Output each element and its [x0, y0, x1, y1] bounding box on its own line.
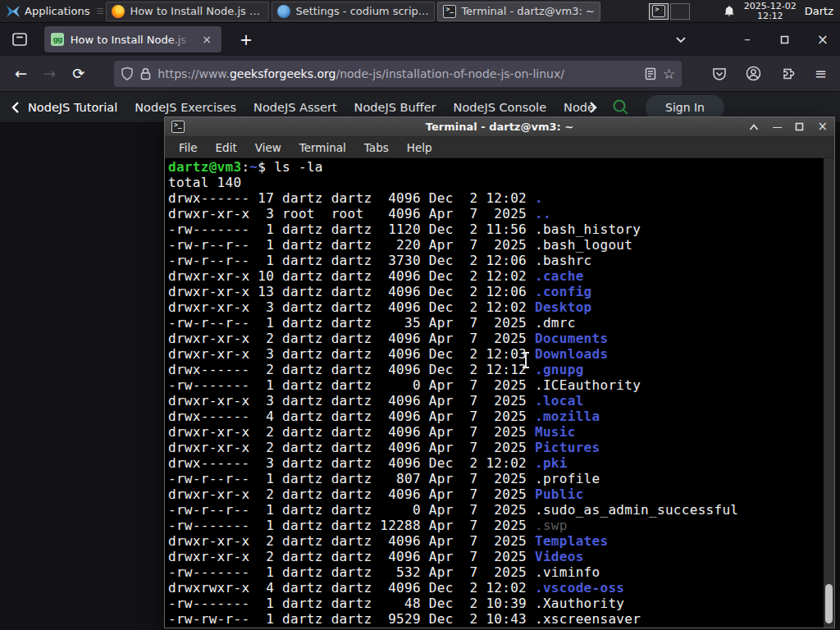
- file-name: Downloads: [535, 346, 608, 362]
- window-minimize-icon[interactable]: –: [744, 32, 751, 47]
- menu-edit[interactable]: Edit: [207, 139, 246, 157]
- terminal-scrollbar[interactable]: [824, 158, 834, 628]
- notification-bell-icon[interactable]: [723, 5, 736, 18]
- terminal-prompt-line: dartz@vm3:~$ ls -la: [168, 159, 834, 175]
- file-name: Desktop: [535, 299, 592, 315]
- pocket-save-icon[interactable]: [711, 66, 728, 82]
- terminal-line: drwxr-xr-x 2 dartz dartz 4096 Apr 7 2025…: [168, 486, 834, 502]
- file-name: Templates: [535, 533, 608, 549]
- forward-icon[interactable]: →: [35, 62, 64, 85]
- task-button-2[interactable]: >_Terminal - dartz@vm3: ~: [437, 2, 600, 21]
- task-label: Terminal - dartz@vm3: ~: [461, 5, 594, 17]
- terminal-title-bar[interactable]: >_ Terminal - dartz@vm3: ~ — ×: [165, 117, 834, 137]
- new-tab-button[interactable]: +: [233, 30, 259, 48]
- menu-file[interactable]: File: [170, 139, 207, 157]
- back-icon[interactable]: ←: [7, 62, 35, 85]
- file-name: Documents: [535, 331, 608, 346]
- url-bar[interactable]: https://www.geeksforgeeks.org/node-js/in…: [114, 61, 682, 87]
- terminal-line: -rw------- 1 dartz dartz 48 Dec 2 10:39 …: [168, 596, 834, 611]
- window-close-icon[interactable]: ×: [817, 31, 829, 48]
- close-window-icon[interactable]: ×: [817, 121, 828, 133]
- workspace-pager[interactable]: >: [649, 3, 690, 20]
- tab-bar-controls: – ×: [675, 31, 840, 48]
- task-button-1[interactable]: Settings - codium script...: [272, 2, 435, 21]
- tracking-protection-shield-icon[interactable]: [121, 66, 134, 80]
- menu-view[interactable]: View: [246, 139, 290, 157]
- file-name: .xscreensaver: [535, 611, 641, 627]
- workspace-1[interactable]: >: [649, 3, 669, 20]
- reader-mode-icon[interactable]: [645, 67, 656, 80]
- account-icon[interactable]: [746, 66, 762, 82]
- nav-link-nodejs-assert[interactable]: NodeJS Assert: [253, 101, 337, 114]
- terminal-icon: >_: [443, 5, 456, 18]
- file-name: .ICEauthority: [535, 377, 641, 393]
- file-name: .cache: [535, 268, 584, 284]
- panel-status-area: 2025-12-02 12:12 Dartz: [723, 2, 840, 21]
- file-name: .gnupg: [535, 362, 584, 377]
- firefox-toolbar: ← → ⟳ https://www.geeksforgeeks.org/node…: [0, 56, 840, 92]
- terminal-line: drwxr-xr-x 10 dartz dartz 4096 Dec 2 12:…: [168, 268, 834, 284]
- file-name: .sudo_as_admin_successful: [535, 502, 738, 518]
- shade-window-icon[interactable]: [749, 124, 759, 130]
- terminal-scrollbar-thumb[interactable]: [825, 584, 833, 623]
- file-name: .: [535, 190, 543, 206]
- terminal-line: -rw------- 1 dartz dartz 12288 Apr 7 202…: [168, 518, 834, 533]
- prompt-command: $ ls -la: [258, 159, 322, 175]
- site-nav-links: NodeJS TutorialNodeJS ExercisesNodeJS As…: [28, 101, 594, 114]
- search-icon[interactable]: [612, 98, 629, 116]
- panel-username[interactable]: Dartz: [805, 5, 833, 17]
- minimize-window-icon[interactable]: —: [772, 122, 782, 132]
- nav-scroll-left-icon[interactable]: [11, 101, 20, 114]
- terminal-line: drwxr-xr-x 3 dartz dartz 4096 Apr 7 2025…: [168, 393, 834, 409]
- terminal-line: -rw------- 1 dartz dartz 532 Apr 7 2025 …: [168, 564, 834, 580]
- applications-label: Applications: [25, 5, 89, 17]
- terminal-output[interactable]: dartz@vm3:~$ ls -la total 140 drwx------…: [165, 158, 834, 628]
- bookmark-star-icon[interactable]: ☆: [663, 66, 675, 82]
- url-scheme: https://www.: [158, 67, 230, 80]
- menu-tabs[interactable]: Tabs: [355, 139, 398, 157]
- file-name: .vscode-oss: [535, 580, 624, 596]
- nav-link-nodejs-console[interactable]: NodeJS Console: [454, 101, 547, 114]
- terminal-line: drwx------ 3 dartz dartz 4096 Dec 2 12:0…: [168, 455, 834, 471]
- menu-terminal[interactable]: Terminal: [290, 139, 355, 157]
- terminal-line: drwxr-xr-x 2 dartz dartz 4096 Apr 7 2025…: [168, 424, 834, 440]
- workspace-2[interactable]: [670, 3, 690, 20]
- list-all-tabs-icon[interactable]: [675, 36, 687, 43]
- terminal-line: -rw-r--r-- 1 dartz dartz 807 Apr 7 2025 …: [168, 471, 834, 486]
- tab-close-icon[interactable]: ×: [199, 32, 215, 47]
- applications-menu-button[interactable]: Applications: [0, 0, 96, 23]
- top-panel: Applications ☰ How to Install Node.js o.…: [0, 0, 840, 23]
- maximize-window-icon[interactable]: [795, 122, 804, 131]
- terminal-line: drwx------ 4 dartz dartz 4096 Apr 7 2025…: [168, 409, 834, 424]
- file-name: .dmrc: [535, 315, 576, 331]
- lock-icon[interactable]: [140, 67, 151, 80]
- file-name: Videos: [535, 549, 584, 564]
- terminal-line: -rw-rw-r-- 1 dartz dartz 9529 Dec 2 10:4…: [168, 611, 834, 627]
- window-task-buttons: How to Install Node.js o...Settings - co…: [106, 2, 603, 21]
- file-name: .swp: [535, 518, 568, 533]
- app-menu-icon[interactable]: ≡: [815, 65, 827, 82]
- mini-terminal-window-icon: >: [652, 5, 665, 17]
- file-name: .bashrc: [535, 253, 592, 268]
- nav-scroll-right[interactable]: [589, 101, 597, 114]
- reload-icon[interactable]: ⟳: [64, 62, 93, 85]
- menu-help[interactable]: Help: [398, 139, 441, 157]
- task-button-0[interactable]: How to Install Node.js o...: [106, 2, 269, 21]
- extensions-icon[interactable]: [780, 66, 797, 82]
- browser-tab-active[interactable]: gg How to Install Node.js on ×: [44, 26, 221, 52]
- terminal-line: -rw-r--r-- 1 dartz dartz 220 Apr 7 2025 …: [168, 237, 834, 253]
- nav-link-nodejs-buffer[interactable]: NodeJS Buffer: [354, 101, 436, 114]
- panel-clock[interactable]: 2025-12-02 12:12: [744, 2, 797, 21]
- terminal-line: drwxr-xr-x 3 root root 4096 Apr 7 2025 .…: [168, 206, 834, 221]
- nav-link-nodejs-tutorial[interactable]: NodeJS Tutorial: [28, 101, 117, 114]
- terminal-line: drwxr-xr-x 2 dartz dartz 4096 Apr 7 2025…: [168, 533, 834, 549]
- nav-link-nodejs-exercises[interactable]: NodeJS Exercises: [135, 101, 236, 114]
- firefox-view-icon[interactable]: [8, 28, 31, 51]
- task-label: Settings - codium script...: [295, 5, 429, 17]
- file-name: .viminfo: [535, 564, 600, 580]
- window-maximize-icon[interactable]: [780, 35, 789, 44]
- sign-in-button[interactable]: Sign In: [646, 95, 724, 120]
- terminal-line: drwxr-xr-x 3 dartz dartz 4096 Dec 2 12:0…: [168, 299, 834, 315]
- file-name: .local: [535, 393, 584, 409]
- toolbar-right-icons: ≡: [711, 65, 840, 82]
